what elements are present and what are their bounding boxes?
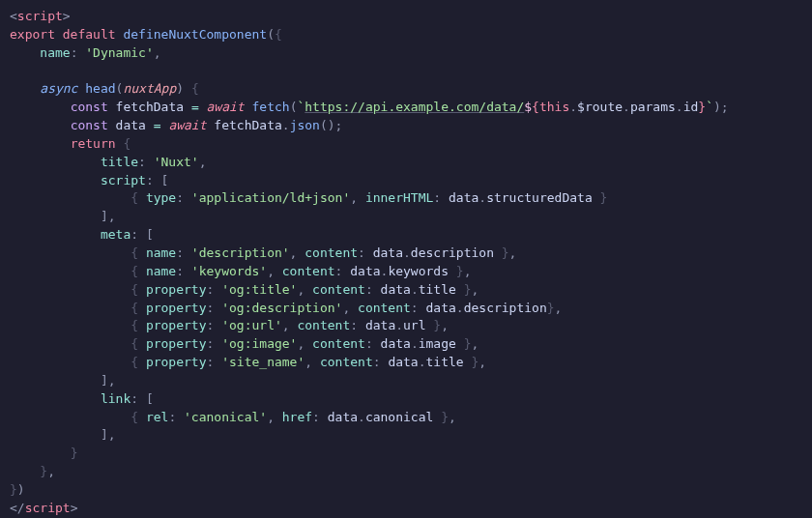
paren: )	[328, 118, 335, 132]
bracket: [	[146, 227, 154, 242]
string: 'application/ld+json'	[191, 190, 350, 205]
obj-key: name	[40, 45, 70, 60]
brace: }	[441, 410, 449, 424]
colon: :	[207, 301, 215, 315]
obj-key: content	[282, 264, 335, 278]
dot: .	[403, 245, 411, 260]
comma: ,	[267, 264, 275, 278]
colon: :	[350, 318, 358, 332]
dot: .	[411, 336, 419, 351]
obj-key: name	[146, 264, 176, 278]
comma: ,	[290, 245, 298, 260]
identifier: data	[365, 318, 395, 332]
colon: :	[365, 336, 373, 351]
paren: )	[713, 100, 721, 114]
colon: :	[138, 155, 146, 169]
obj-key: href	[282, 410, 312, 424]
obj-key: content	[358, 301, 411, 315]
prop: params	[630, 100, 676, 114]
dot: .	[358, 410, 365, 424]
paren: (	[320, 118, 328, 132]
dot: .	[395, 318, 403, 332]
comma: ,	[304, 355, 312, 369]
dot: .	[478, 190, 486, 205]
kw-export: export	[10, 27, 55, 42]
comma: ,	[555, 301, 563, 315]
prop: canonical	[365, 410, 433, 424]
identifier: fetchData	[214, 118, 281, 132]
prop: description	[464, 301, 547, 315]
string: 'og:title'	[221, 282, 297, 297]
colon: :	[207, 282, 215, 297]
brace: {	[130, 282, 138, 297]
kw-default: default	[63, 27, 116, 42]
comma: ,	[267, 410, 275, 424]
prop: $route	[577, 100, 623, 114]
prop: title	[419, 282, 456, 297]
obj-key: name	[146, 245, 176, 260]
kw-this: this	[539, 100, 569, 114]
comma: ,	[47, 464, 55, 478]
obj-key: content	[312, 282, 365, 297]
method: json	[290, 118, 320, 132]
brace: {	[130, 355, 138, 369]
comma: ,	[478, 355, 486, 369]
dot: .	[569, 100, 577, 114]
tag-open: </	[10, 501, 25, 515]
obj-key: content	[320, 355, 373, 369]
paren: )	[176, 81, 184, 96]
prop: image	[419, 336, 456, 351]
identifier: fetchData	[116, 100, 184, 114]
string: 'og:url'	[221, 318, 282, 332]
template-brace: {	[532, 100, 539, 114]
colon: :	[168, 410, 176, 424]
code-block: <script> export default defineNuxtCompon…	[0, 0, 812, 518]
kw-await: await	[207, 100, 245, 114]
fn-fetch: fetch	[252, 100, 290, 114]
string: 'Nuxt'	[154, 155, 199, 169]
brace: {	[130, 190, 138, 205]
comma: ,	[154, 45, 161, 60]
op-eq: =	[191, 100, 199, 114]
brace: }	[502, 245, 509, 260]
obj-key: property	[146, 301, 207, 315]
tag-close: >	[71, 501, 78, 515]
colon: :	[207, 355, 215, 369]
colon: :	[176, 264, 184, 278]
identifier: data	[328, 410, 358, 424]
prop: title	[426, 355, 464, 369]
dot: .	[623, 100, 630, 114]
brace: }	[433, 318, 441, 332]
colon: :	[176, 190, 184, 205]
comma: ,	[509, 245, 517, 260]
paren: (	[267, 27, 275, 42]
string: 'description'	[191, 245, 290, 260]
param: nuxtApp	[123, 81, 176, 96]
comma: ,	[449, 410, 456, 424]
obj-key: content	[297, 318, 350, 332]
brace: {	[130, 301, 138, 315]
brace: {	[123, 136, 130, 151]
kw-async: async	[40, 81, 77, 96]
brace: {	[130, 410, 138, 424]
colon: :	[373, 355, 381, 369]
dot: .	[411, 282, 419, 297]
string: 'site_name'	[221, 355, 304, 369]
colon: :	[146, 173, 154, 187]
prop: description	[411, 245, 494, 260]
string: 'canonical'	[184, 410, 267, 424]
kw-const: const	[71, 118, 108, 132]
prop: keywords	[388, 264, 449, 278]
comma: ,	[350, 190, 358, 205]
string: 'og:image'	[221, 336, 297, 351]
identifier: data	[388, 355, 418, 369]
brace: }	[547, 301, 555, 315]
brace: {	[191, 81, 199, 96]
comma: ,	[297, 336, 304, 351]
brace: }	[456, 264, 464, 278]
brace: {	[130, 336, 138, 351]
bracket: [	[146, 391, 154, 406]
fn-name: defineNuxtComponent	[123, 27, 267, 42]
comma: ,	[472, 336, 479, 351]
prop: url	[403, 318, 425, 332]
